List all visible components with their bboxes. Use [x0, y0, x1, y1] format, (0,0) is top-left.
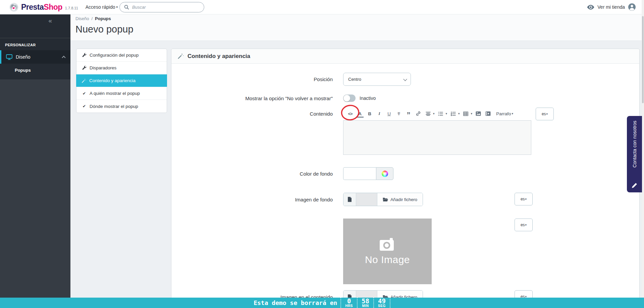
folder-icon	[383, 197, 388, 202]
sidebar-section-title: PERSONALIZAR	[0, 38, 70, 50]
demo-countdown-text: Esta demo se borrará en	[254, 298, 337, 308]
tab-label: Configuración del popup	[90, 53, 139, 58]
tab-label: Disparadores	[90, 65, 116, 70]
global-search[interactable]	[119, 2, 204, 12]
tab-label: Dónde mostrar el popup	[90, 104, 138, 109]
tab-configuracion-del-popup[interactable]: Configuración del popup	[76, 49, 167, 62]
tab-contenido-y-apariencia[interactable]: Contenido y apariencia	[76, 74, 167, 87]
wrench-icon	[82, 53, 87, 57]
italic-button[interactable]: I	[376, 109, 383, 118]
page-title: Nuevo popup	[75, 24, 644, 35]
text-color-button[interactable]: A	[356, 111, 364, 118]
table-button[interactable]	[462, 109, 470, 118]
position-select[interactable]: Centro	[343, 73, 411, 86]
color-picker-button[interactable]	[376, 167, 393, 180]
breadcrumb: Diseño / Popups	[75, 14, 644, 21]
minutes-unit: MIN	[362, 304, 369, 308]
toggle-state-label: Inactivo	[360, 96, 376, 101]
seconds-value: 49	[378, 298, 386, 304]
contenido-apariencia-panel: Contenido y apariencia Posición Centro M…	[171, 49, 640, 308]
contact-us-tab[interactable]: Contacta con nosotros	[627, 116, 642, 192]
tab-label: Contenido y apariencia	[89, 78, 136, 83]
check-icon: ✔	[82, 104, 87, 109]
tab-donde-mostrar[interactable]: ✔ Dónde mostrar el popup	[76, 100, 167, 113]
language-code: es	[521, 223, 525, 227]
unordered-list-button[interactable]	[437, 109, 444, 118]
preview-language-dropdown[interactable]: es ▾	[515, 219, 533, 231]
sidebar-collapse-button[interactable]: «	[48, 17, 52, 24]
content-language-dropdown[interactable]: es ▾	[536, 108, 554, 120]
chevron-up-icon	[62, 56, 65, 59]
richtext-toolbar: <> A B I U T ”	[343, 108, 558, 120]
file-icon	[347, 197, 352, 202]
hours-value: 0	[347, 298, 351, 304]
search-input[interactable]	[132, 5, 193, 10]
no-image-placeholder: No Image	[343, 219, 432, 284]
link-button[interactable]	[415, 109, 422, 118]
scrollbar-thumb[interactable]	[642, 16, 644, 103]
check-icon: ✔	[82, 91, 87, 96]
prestashop-logo[interactable]: PrestaShop 1.7.8.11	[9, 3, 78, 12]
file-icon-button[interactable]	[343, 193, 356, 206]
strikethrough-button[interactable]: T	[395, 109, 402, 118]
insert-media-button[interactable]	[484, 109, 492, 118]
breadcrumb-parent[interactable]: Diseño	[75, 16, 89, 21]
bg-image-file-input: Añadir fichero	[343, 193, 423, 206]
countdown-seconds: 49 SEG	[373, 298, 390, 308]
position-row: Posición Centro	[171, 72, 639, 86]
ordered-list-button[interactable]	[449, 109, 457, 118]
sidebar-item-diseno[interactable]: Diseño	[0, 50, 70, 64]
caret-down-icon: ▾	[116, 5, 118, 9]
bg-color-row: Color de fondo	[171, 167, 639, 180]
tab-label: A quién mostrar el popup	[90, 91, 140, 96]
add-file-label: Añadir fichero	[390, 197, 417, 202]
paragraph-style-dropdown[interactable]: Parrafo ▾	[496, 111, 513, 116]
scrollbar[interactable]	[642, 0, 644, 298]
tab-a-quien-mostrar[interactable]: ✔ A quién mostrar el popup	[76, 87, 167, 100]
brand-wordmark: PrestaShop	[21, 3, 62, 12]
popup-form-nav: Configuración del popup Disparadores Con…	[76, 49, 167, 113]
view-shop-link[interactable]: Ver mi tienda	[597, 4, 625, 10]
magic-wand-icon	[177, 53, 184, 59]
caret-down-icon: ▾	[512, 112, 513, 115]
bg-image-language-dropdown[interactable]: es ▾	[515, 193, 533, 205]
caret-down-icon[interactable]: ▾	[471, 112, 473, 115]
add-file-button[interactable]: Añadir fichero	[377, 193, 423, 206]
no-image-text: No Image	[365, 254, 410, 265]
bold-button[interactable]: B	[366, 109, 373, 118]
toggle-knob	[343, 95, 350, 102]
underline-button[interactable]: U	[385, 109, 393, 118]
main-sidebar: « PERSONALIZAR Diseño Popups	[0, 14, 70, 308]
richtext-content-area[interactable]	[343, 120, 531, 155]
bg-color-label: Color de fondo	[171, 171, 338, 177]
demo-countdown-bar: Esta demo se borrará en 0 HRS 58 MIN 49 …	[0, 298, 644, 308]
tab-disparadores[interactable]: Disparadores	[76, 62, 167, 74]
quick-access-dropdown[interactable]: Acceso rápido ▾	[86, 4, 118, 10]
language-code: es	[521, 197, 525, 201]
panel-header: Contenido y apariencia	[171, 49, 639, 64]
caret-down-icon[interactable]: ▾	[446, 112, 447, 115]
sidebar-subitem-popups[interactable]: Popups	[0, 64, 70, 75]
image-preview-row: No Image es ▾	[171, 219, 639, 284]
eye-icon	[587, 5, 594, 10]
caret-down-icon[interactable]: ▾	[433, 112, 435, 115]
magic-wand-icon	[82, 78, 86, 83]
blockquote-button[interactable]: ”	[405, 109, 412, 118]
version-label: 1.7.8.11	[65, 6, 78, 10]
search-icon	[124, 5, 129, 10]
sidebar-item-label: Diseño	[16, 54, 31, 60]
show-option-toggle[interactable]	[343, 95, 356, 102]
file-name-field[interactable]	[356, 193, 377, 206]
bg-color-input[interactable]	[343, 167, 376, 180]
caret-down-icon[interactable]: ▾	[458, 112, 460, 115]
monitor-icon	[6, 54, 12, 60]
user-avatar-icon[interactable]	[628, 3, 636, 11]
insert-image-button[interactable]	[475, 109, 482, 118]
paragraph-style-value: Parrafo	[496, 111, 511, 116]
countdown-hours: 0 HRS	[340, 298, 357, 308]
align-button[interactable]	[424, 109, 432, 118]
countdown-minutes: 58 MIN	[357, 298, 373, 308]
source-code-button[interactable]: <>	[346, 109, 354, 118]
content-label: Contenido	[171, 108, 338, 155]
hours-unit: HRS	[345, 304, 353, 308]
